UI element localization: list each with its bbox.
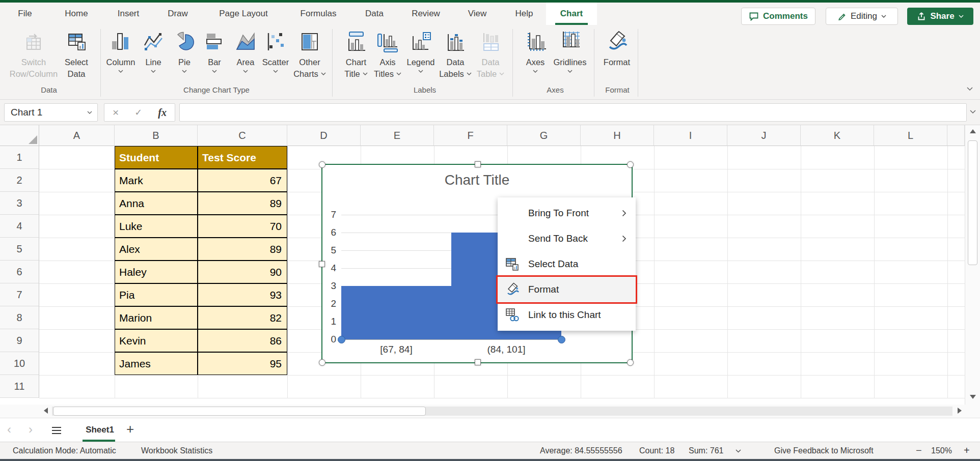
- vertical-scroll-thumb[interactable]: [968, 140, 977, 265]
- column-header-E[interactable]: E: [361, 125, 434, 146]
- menu-item-format[interactable]: Format: [498, 277, 636, 302]
- cell-student-James[interactable]: James: [115, 352, 198, 375]
- tab-chart[interactable]: Chart: [546, 3, 597, 25]
- table-header-test-score[interactable]: Test Score: [198, 146, 287, 169]
- fx-icon[interactable]: fx: [158, 107, 167, 119]
- cell-student-Pia[interactable]: Pia: [115, 283, 198, 306]
- cell-student-Mark[interactable]: Mark: [115, 169, 198, 192]
- tab-draw[interactable]: Draw: [163, 3, 193, 25]
- cell-score-89[interactable]: 89: [198, 238, 287, 261]
- next-sheet-chevron-icon[interactable]: ›: [29, 422, 33, 437]
- name-box[interactable]: Chart 1: [4, 103, 98, 122]
- cell-score-93[interactable]: 93: [198, 283, 287, 306]
- column-header-L[interactable]: L: [874, 125, 947, 146]
- prev-sheet-chevron-icon[interactable]: ‹: [7, 422, 11, 437]
- resize-handle-bottom-left[interactable]: [319, 359, 325, 366]
- tab-insert[interactable]: Insert: [113, 3, 144, 25]
- chart-title[interactable]: Chart Title: [322, 172, 632, 188]
- resize-handle-top-left[interactable]: [319, 161, 325, 168]
- sheet-tab-sheet1[interactable]: Sheet1: [77, 418, 122, 442]
- row-header-7[interactable]: 7: [0, 283, 39, 306]
- tab-home[interactable]: Home: [61, 3, 92, 25]
- tab-formulas[interactable]: Formulas: [296, 3, 341, 25]
- cancel-icon[interactable]: ×: [113, 106, 119, 119]
- row-header-10[interactable]: 10: [0, 352, 39, 375]
- cell-score-70[interactable]: 70: [198, 215, 287, 238]
- tab-help[interactable]: Help: [510, 3, 538, 25]
- status-average[interactable]: Average: 84.55555556: [540, 442, 622, 459]
- zoom-in-button[interactable]: +: [964, 442, 970, 459]
- cell-score-67[interactable]: 67: [198, 169, 287, 192]
- add-sheet-button[interactable]: +: [126, 421, 134, 437]
- cell-student-Alex[interactable]: Alex: [115, 238, 198, 261]
- table-header-student[interactable]: Student: [115, 146, 198, 169]
- scroll-up-arrow-icon[interactable]: [970, 129, 976, 133]
- histogram-bar-[67, 84][interactable]: [341, 286, 451, 339]
- column-chart-button[interactable]: Column: [102, 28, 139, 97]
- cell-student-Marion[interactable]: Marion: [115, 306, 198, 329]
- cell-score-90[interactable]: 90: [198, 261, 287, 283]
- column-header-K[interactable]: K: [801, 125, 874, 146]
- status-count[interactable]: Count: 18: [639, 442, 674, 459]
- row-header-9[interactable]: 9: [0, 329, 39, 352]
- tab-file[interactable]: File: [14, 3, 36, 25]
- column-header-G[interactable]: G: [507, 125, 581, 146]
- calculation-mode-status[interactable]: Calculation Mode: Automatic: [13, 442, 116, 459]
- column-header-F[interactable]: F: [434, 125, 507, 146]
- horizontal-scroll-thumb[interactable]: [53, 407, 426, 416]
- share-button[interactable]: Share: [907, 8, 973, 25]
- axis-endpoint-handle-left[interactable]: [338, 336, 345, 343]
- column-header-J[interactable]: J: [727, 125, 801, 146]
- formula-input[interactable]: [179, 103, 967, 122]
- vertical-scrollbar[interactable]: [965, 125, 980, 405]
- cell-score-82[interactable]: 82: [198, 306, 287, 329]
- give-feedback-link[interactable]: Give Feedback to Microsoft: [774, 442, 874, 459]
- tab-data[interactable]: Data: [361, 3, 388, 25]
- row-header-11[interactable]: 11: [0, 375, 39, 398]
- expand-formula-bar-chevron-icon[interactable]: [970, 110, 976, 114]
- comments-button[interactable]: Comments: [741, 8, 815, 25]
- column-header-H[interactable]: H: [581, 125, 654, 146]
- row-header-6[interactable]: 6: [0, 261, 39, 283]
- workbook-statistics-button[interactable]: Workbook Statistics: [141, 442, 212, 459]
- column-header-A[interactable]: A: [39, 125, 115, 146]
- row-header-2[interactable]: 2: [0, 169, 39, 192]
- collapse-ribbon-chevron-icon[interactable]: [967, 87, 973, 91]
- resize-handle-bottom-center[interactable]: [475, 359, 481, 365]
- resize-handle-middle-left[interactable]: [319, 261, 325, 267]
- sheet-list-menu-icon[interactable]: [52, 425, 61, 436]
- zoom-out-button[interactable]: −: [916, 442, 922, 459]
- row-header-3[interactable]: 3: [0, 192, 39, 215]
- row-header-8[interactable]: 8: [0, 306, 39, 329]
- menu-item-link-to-this-chart[interactable]: Link to this Chart: [498, 302, 636, 328]
- other-charts-button[interactable]: Other Charts: [290, 28, 329, 97]
- scroll-down-arrow-icon[interactable]: [970, 395, 976, 399]
- horizontal-scrollbar[interactable]: [0, 405, 980, 418]
- column-header-B[interactable]: B: [115, 125, 198, 146]
- select-all-corner[interactable]: [0, 125, 39, 146]
- line-chart-button[interactable]: Line: [137, 28, 170, 97]
- cell-score-86[interactable]: 86: [198, 329, 287, 352]
- axis-endpoint-handle-right[interactable]: [558, 336, 565, 343]
- resize-handle-bottom-right[interactable]: [627, 359, 634, 366]
- aggregates-chevron-down-icon[interactable]: [736, 449, 741, 453]
- tab-review[interactable]: Review: [408, 3, 444, 25]
- row-header-1[interactable]: 1: [0, 146, 39, 169]
- resize-handle-top-right[interactable]: [627, 161, 634, 168]
- column-header-I[interactable]: I: [654, 125, 727, 146]
- tab-page-layout[interactable]: Page Layout: [216, 3, 271, 25]
- menu-item-select-data[interactable]: Select Data: [498, 251, 636, 277]
- cell-score-95[interactable]: 95: [198, 352, 287, 375]
- scroll-right-arrow-icon[interactable]: [958, 408, 962, 414]
- row-header-5[interactable]: 5: [0, 238, 39, 261]
- row-header-4[interactable]: 4: [0, 215, 39, 238]
- cell-student-Anna[interactable]: Anna: [115, 192, 198, 215]
- cell-student-Haley[interactable]: Haley: [115, 261, 198, 283]
- editing-mode-button[interactable]: Editing: [826, 8, 898, 25]
- scroll-left-arrow-icon[interactable]: [44, 408, 48, 414]
- resize-handle-top-center[interactable]: [475, 161, 481, 167]
- column-header-D[interactable]: D: [287, 125, 361, 146]
- zoom-level-button[interactable]: 150%: [931, 442, 952, 459]
- menu-item-bring-to-front[interactable]: Bring To Front: [498, 200, 636, 226]
- status-sum[interactable]: Sum: 761: [689, 442, 723, 459]
